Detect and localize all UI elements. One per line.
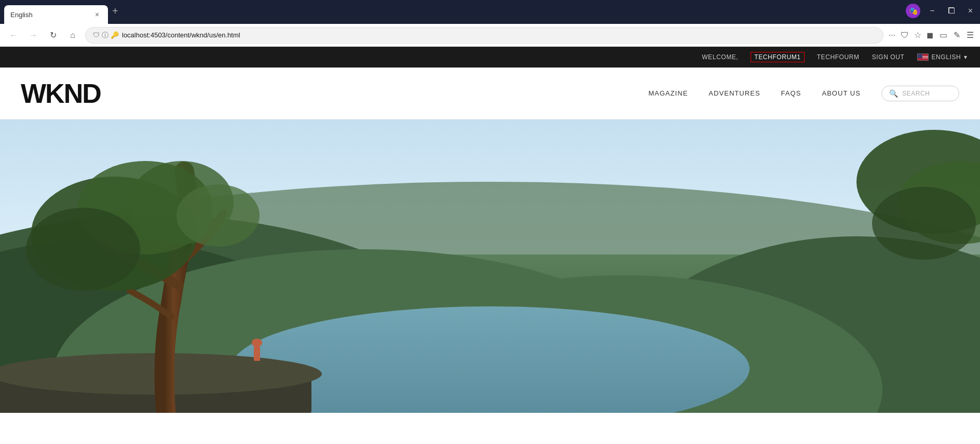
active-tab[interactable]: English × [4, 5, 108, 24]
info-icon: ⓘ [102, 31, 108, 40]
tab-close-button[interactable]: × [92, 10, 102, 19]
site-nav: MAGAZINE ADVENTURES FAQS ABOUT US 🔍 SEAR… [648, 86, 959, 101]
language-selector[interactable]: ENGLISH ▾ [917, 53, 968, 61]
flag-canton [918, 54, 922, 58]
back-button[interactable]: ← [6, 28, 21, 43]
search-input-placeholder: SEARCH [902, 90, 930, 97]
us-flag-icon [917, 53, 929, 61]
shield-icon: 🛡 [93, 31, 100, 39]
menu-icon[interactable]: ☰ [967, 30, 974, 40]
address-url[interactable]: localhost:4503/content/wknd/us/en.html [122, 31, 876, 39]
site-header: WKND MAGAZINE ADVENTURES FAQS ABOUT US 🔍… [0, 68, 980, 119]
shield-toolbar-icon[interactable]: 🛡 [901, 31, 909, 40]
nav-link-adventures[interactable]: ADVENTURES [709, 89, 760, 97]
nav-link-faqs[interactable]: FAQS [781, 89, 801, 97]
close-button[interactable]: × [965, 5, 976, 17]
svg-rect-19 [254, 346, 260, 361]
search-icon: 🔍 [889, 89, 898, 98]
profile-icon[interactable]: ✎ [954, 30, 960, 40]
nav-link-about-us[interactable]: ABOUT US [822, 89, 861, 97]
hero-landscape-svg [0, 119, 980, 413]
welcome-text: WELCOME, [702, 53, 738, 61]
profile-avatar[interactable]: 🎭 [906, 4, 920, 18]
tab-title: English [10, 11, 88, 19]
refresh-button[interactable]: ↻ [46, 28, 60, 43]
browser-controls-right: 🎭 − ⧠ × [906, 4, 976, 21]
address-security-icons: 🛡 ⓘ 🔑 [93, 31, 119, 40]
restore-button[interactable]: ⧠ [944, 5, 959, 17]
site-topbar: WELCOME, TECHFORUM1 TECHFOURM SIGN OUT E… [0, 47, 980, 68]
second-username-text[interactable]: TECHFOURM [817, 53, 860, 61]
website-content: WELCOME, TECHFORUM1 TECHFOURM SIGN OUT E… [0, 47, 980, 413]
back-icon: ← [9, 31, 18, 40]
library-icon[interactable]: ◼ [927, 30, 933, 40]
forward-button[interactable]: → [26, 28, 40, 43]
refresh-icon: ↻ [50, 30, 57, 40]
language-label: ENGLISH [932, 53, 961, 61]
new-tab-button[interactable]: + [112, 6, 118, 19]
svg-point-12 [26, 208, 140, 291]
minimize-button[interactable]: − [927, 5, 937, 17]
address-bar[interactable]: 🛡 ⓘ 🔑 localhost:4503/content/wknd/us/en.… [85, 27, 883, 44]
forward-icon: → [29, 31, 37, 40]
more-icon[interactable]: ··· [889, 31, 895, 40]
svg-point-18 [252, 339, 262, 347]
hero-image [0, 119, 980, 413]
svg-point-17 [872, 187, 976, 260]
site-logo[interactable]: WKND [21, 78, 101, 109]
browser-chrome: English × + 🎭 − ⧠ × ← → ↻ ⌂ 🛡 [0, 0, 980, 47]
search-box[interactable]: 🔍 SEARCH [881, 86, 959, 101]
sidebar-icon[interactable]: ▭ [940, 30, 947, 40]
avatar-icon: 🎭 [909, 7, 918, 15]
toolbar-right: ◼ ▭ ✎ ☰ [927, 30, 974, 40]
nav-link-magazine[interactable]: MAGAZINE [648, 89, 688, 97]
address-right-icons: ··· 🛡 ☆ [889, 30, 921, 40]
home-button[interactable]: ⌂ [65, 28, 80, 43]
tab-bar: English × + 🎭 − ⧠ × [0, 0, 980, 24]
address-bar-row: ← → ↻ ⌂ 🛡 ⓘ 🔑 localhost:4503/content/wkn… [0, 24, 980, 47]
sign-out-link[interactable]: SIGN OUT [872, 53, 905, 61]
home-icon: ⌂ [70, 31, 75, 40]
username-text[interactable]: TECHFORUM1 [751, 52, 804, 62]
bookmark-icon[interactable]: ☆ [914, 30, 921, 40]
svg-point-14 [176, 184, 260, 247]
lock-icon: 🔑 [111, 31, 119, 39]
language-chevron-icon: ▾ [964, 53, 968, 61]
